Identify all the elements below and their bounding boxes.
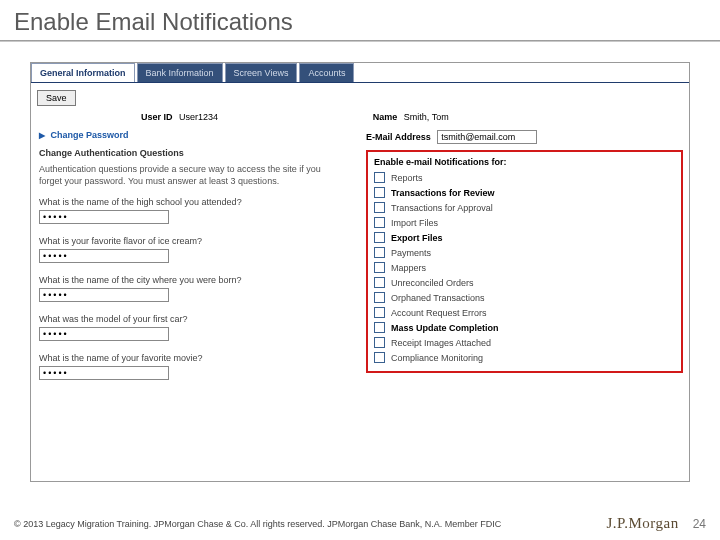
tab-screen-views[interactable]: Screen Views <box>225 63 298 82</box>
notification-label: Payments <box>391 248 431 258</box>
notification-label: Mass Update Completion <box>391 323 499 333</box>
notification-label: Account Request Errors <box>391 308 487 318</box>
notification-checkbox[interactable] <box>374 277 385 288</box>
security-question: What is your favorite flavor of ice crea… <box>39 236 352 263</box>
notification-option: Reports <box>374 172 675 183</box>
security-question: What is the name of the city where you w… <box>39 275 352 302</box>
security-question-text: What is the name of the high school you … <box>39 197 352 207</box>
security-question-text: What is the name of your favorite movie? <box>39 353 352 363</box>
security-answer-field[interactable] <box>39 249 169 263</box>
change-password-link[interactable]: ▶ Change Password <box>39 130 352 140</box>
notification-checkbox[interactable] <box>374 247 385 258</box>
tab-strip: General Information Bank Information Scr… <box>31 63 689 83</box>
save-button[interactable]: Save <box>37 90 76 106</box>
copyright-text: © 2013 Legacy Migration Training. JPMorg… <box>14 519 501 529</box>
notification-label: Export Files <box>391 233 443 243</box>
slide-title-bar: Enable Email Notifications <box>0 0 720 40</box>
notification-option: Import Files <box>374 217 675 228</box>
notification-option: Orphaned Transactions <box>374 292 675 303</box>
slide-footer: © 2013 Legacy Migration Training. JPMorg… <box>14 515 706 532</box>
notification-label: Mappers <box>391 263 426 273</box>
auth-questions-desc: Authentication questions provide a secur… <box>39 164 321 187</box>
security-question-text: What is your favorite flavor of ice crea… <box>39 236 352 246</box>
notification-checkbox[interactable] <box>374 307 385 318</box>
user-id-value: User1234 <box>179 112 218 122</box>
notification-checkbox[interactable] <box>374 217 385 228</box>
notification-option: Unreconciled Orders <box>374 277 675 288</box>
notification-label: Reports <box>391 173 423 183</box>
title-underline <box>0 40 720 42</box>
user-info-row: User ID User1234 Name Smith, Tom <box>31 110 689 128</box>
notification-label: Compliance Monitoring <box>391 353 483 363</box>
app-screenshot: General Information Bank Information Scr… <box>30 62 690 482</box>
page-number: 24 <box>693 517 706 531</box>
security-answer-field[interactable] <box>39 366 169 380</box>
notification-label: Receipt Images Attached <box>391 338 491 348</box>
notification-label: Unreconciled Orders <box>391 278 474 288</box>
jpmorgan-logo: J.P.Morgan <box>606 515 678 532</box>
left-column: ▶ Change Password Change Authentication … <box>31 128 360 394</box>
slide-title: Enable Email Notifications <box>14 8 706 36</box>
security-question: What is the name of the high school you … <box>39 197 352 224</box>
notification-option: Mass Update Completion <box>374 322 675 333</box>
notification-checkbox[interactable] <box>374 172 385 183</box>
email-field[interactable] <box>437 130 537 144</box>
security-answer-field[interactable] <box>39 327 169 341</box>
notification-checkbox[interactable] <box>374 232 385 243</box>
notification-option: Compliance Monitoring <box>374 352 675 363</box>
triangle-right-icon: ▶ <box>39 131 45 140</box>
notification-label: Transactions for Approval <box>391 203 493 213</box>
notification-option: Payments <box>374 247 675 258</box>
security-question-text: What is the name of the city where you w… <box>39 275 352 285</box>
notification-checkbox[interactable] <box>374 292 385 303</box>
notification-option: Export Files <box>374 232 675 243</box>
notification-checkbox[interactable] <box>374 187 385 198</box>
tab-general-information[interactable]: General Information <box>31 63 135 82</box>
notification-option: Mappers <box>374 262 675 273</box>
notification-checkbox[interactable] <box>374 322 385 333</box>
user-id-label: User ID <box>141 112 173 122</box>
notification-label: Import Files <box>391 218 438 228</box>
user-name-label: Name <box>373 112 398 122</box>
toolbar: Save <box>31 83 689 110</box>
notification-checkbox[interactable] <box>374 337 385 348</box>
security-question: What is the name of your favorite movie? <box>39 353 352 380</box>
notification-checkbox[interactable] <box>374 202 385 213</box>
auth-questions-title: Change Authentication Questions <box>39 148 352 158</box>
right-column: E-Mail Address Enable e-mail Notificatio… <box>360 128 689 394</box>
notification-label: Orphaned Transactions <box>391 293 485 303</box>
tab-bank-information[interactable]: Bank Information <box>137 63 223 82</box>
security-question-text: What was the model of your first car? <box>39 314 352 324</box>
user-name-value: Smith, Tom <box>404 112 449 122</box>
tab-accounts[interactable]: Accounts <box>299 63 354 82</box>
security-answer-field[interactable] <box>39 288 169 302</box>
notification-label: Transactions for Review <box>391 188 495 198</box>
notification-option: Receipt Images Attached <box>374 337 675 348</box>
security-question: What was the model of your first car? <box>39 314 352 341</box>
notification-option: Transactions for Review <box>374 187 675 198</box>
notifications-highlight-box: Enable e-mail Notifications for: Reports… <box>366 150 683 373</box>
security-answer-field[interactable] <box>39 210 169 224</box>
notifications-title: Enable e-mail Notifications for: <box>374 157 675 167</box>
email-label: E-Mail Address <box>366 132 431 142</box>
notification-option: Transactions for Approval <box>374 202 675 213</box>
notification-checkbox[interactable] <box>374 262 385 273</box>
notification-checkbox[interactable] <box>374 352 385 363</box>
notification-option: Account Request Errors <box>374 307 675 318</box>
